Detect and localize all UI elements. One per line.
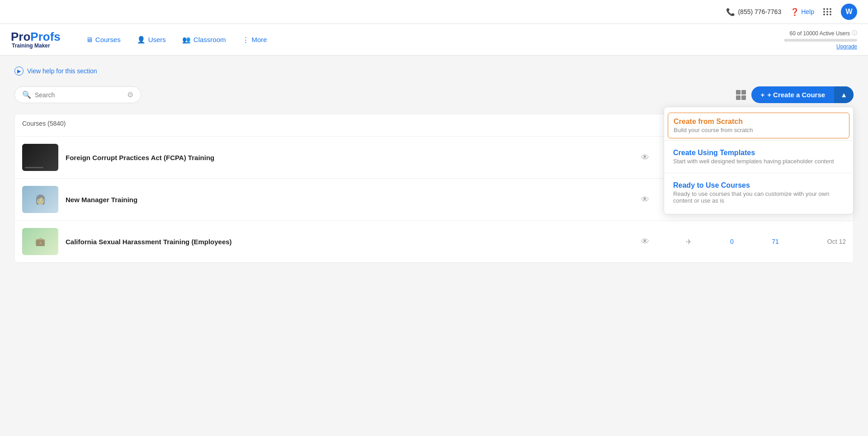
ready-to-use-title: Ready to Use Courses bbox=[673, 181, 844, 190]
nav-item-courses[interactable]: 🖥 Courses bbox=[79, 32, 128, 47]
eye-icon[interactable]: 👁 bbox=[641, 195, 649, 204]
course-title: New Manager Training bbox=[66, 196, 620, 204]
more-dots-icon: ⋮ bbox=[242, 36, 249, 44]
table-row: 💼 California Sexual Harassment Training … bbox=[15, 221, 853, 263]
courses-count: Courses (5840) bbox=[22, 120, 66, 127]
course-preview-icon[interactable]: 👁 bbox=[627, 153, 663, 162]
eye-icon[interactable]: 👁 bbox=[641, 237, 649, 246]
search-input[interactable] bbox=[35, 91, 123, 99]
course-thumbnail bbox=[22, 144, 58, 171]
nav-right-section: 60 of 10000 Active Users ⓘ Upgrade bbox=[785, 29, 857, 50]
logo-pro-text: Pro bbox=[11, 30, 30, 43]
from-scratch-desc: Build your course from scratch bbox=[674, 127, 844, 133]
upgrade-link[interactable]: Upgrade bbox=[836, 43, 857, 50]
send-icon[interactable]: ✈ bbox=[686, 238, 692, 246]
course-preview-icon[interactable]: 👁 bbox=[627, 195, 663, 204]
nav-classroom-label: Classroom bbox=[193, 36, 226, 43]
phone-info: 📞 (855) 776-7763 bbox=[726, 8, 781, 16]
create-course-dropdown-menu: Create from Scratch Build your course fr… bbox=[664, 107, 854, 214]
create-course-button[interactable]: + + Create a Course ▲ bbox=[751, 86, 854, 103]
courses-icon: 🖥 bbox=[86, 36, 93, 43]
course-title: California Sexual Harassment Training (E… bbox=[66, 238, 620, 246]
from-scratch-title: Create from Scratch bbox=[674, 118, 844, 126]
search-box[interactable]: 🔍 ⚙ bbox=[14, 86, 141, 103]
nav-courses-label: Courses bbox=[95, 36, 121, 43]
dropdown-divider-1 bbox=[664, 140, 853, 141]
plus-icon: + bbox=[760, 91, 764, 99]
search-icon: 🔍 bbox=[22, 90, 31, 99]
course-thumbnail: 💼 bbox=[22, 228, 58, 255]
help-label: Help bbox=[801, 8, 814, 15]
dropdown-item-templates[interactable]: Create Using Templates Start with well d… bbox=[664, 142, 853, 171]
eye-icon[interactable]: 👁 bbox=[641, 153, 649, 162]
course-preview-icon[interactable]: 👁 bbox=[627, 237, 663, 246]
users-icon: 👤 bbox=[137, 36, 146, 44]
ready-to-use-desc: Ready to use courses that you can custom… bbox=[673, 190, 844, 204]
toolbar-right: + + Create a Course ▲ Create from Scratc… bbox=[736, 86, 854, 103]
course-lessons-count: 71 bbox=[757, 238, 793, 245]
create-course-arrow-button[interactable]: ▲ bbox=[834, 86, 854, 103]
active-users-info: 60 of 10000 Active Users ⓘ bbox=[790, 29, 857, 37]
grid-view-toggle[interactable] bbox=[736, 90, 746, 100]
logo[interactable]: ProProfs Training Maker bbox=[11, 30, 61, 49]
view-help-link[interactable]: ▶ View help for this section bbox=[14, 66, 854, 76]
course-assign-icon[interactable]: ✈ bbox=[670, 237, 707, 246]
course-title: Foreign Corrupt Practices Act (FCPA) Tra… bbox=[66, 154, 620, 161]
chevron-up-icon: ▲ bbox=[840, 91, 847, 99]
help-circle-icon: ❓ bbox=[790, 8, 799, 16]
dropdown-item-ready-to-use[interactable]: Ready to Use Courses Ready to use course… bbox=[664, 175, 853, 210]
templates-title: Create Using Templates bbox=[673, 149, 844, 157]
play-circle-icon: ▶ bbox=[14, 66, 24, 76]
create-course-dropdown: + + Create a Course ▲ Create from Scratc… bbox=[751, 86, 854, 103]
logo-profs-text: Profs bbox=[30, 30, 60, 43]
nav-item-more[interactable]: ⋮ More bbox=[235, 32, 274, 47]
top-bar: 📞 (855) 776-7763 ❓ Help W bbox=[0, 0, 868, 24]
apps-grid-icon[interactable] bbox=[823, 8, 832, 15]
nav-item-classroom[interactable]: 👥 Classroom bbox=[175, 32, 233, 47]
classroom-icon: 👥 bbox=[182, 36, 191, 44]
progress-bar-fill bbox=[785, 39, 785, 42]
filter-icon[interactable]: ⚙ bbox=[127, 90, 133, 99]
user-avatar[interactable]: W bbox=[841, 4, 857, 20]
dropdown-item-from-scratch[interactable]: Create from Scratch Build your course fr… bbox=[668, 113, 849, 138]
active-users-text: 60 of 10000 Active Users bbox=[790, 30, 850, 37]
toolbar: 🔍 ⚙ + + Create a Course ▲ bbox=[14, 86, 854, 103]
create-course-main-button[interactable]: + + Create a Course bbox=[751, 86, 834, 103]
create-course-label: + Create a Course bbox=[767, 91, 825, 99]
course-learners-count: 0 bbox=[714, 238, 750, 245]
help-link[interactable]: ❓ Help bbox=[790, 8, 814, 16]
info-icon: ⓘ bbox=[852, 29, 857, 37]
active-users-progress-bar bbox=[785, 39, 857, 42]
course-date: Oct 12 bbox=[801, 238, 846, 245]
main-nav: 🖥 Courses 👤 Users 👥 Classroom ⋮ More bbox=[79, 32, 785, 47]
phone-icon: 📞 bbox=[726, 8, 735, 16]
nav-users-label: Users bbox=[148, 36, 166, 43]
phone-number: (855) 776-7763 bbox=[738, 8, 781, 15]
dropdown-divider-2 bbox=[664, 173, 853, 173]
header-nav: ProProfs Training Maker 🖥 Courses 👤 User… bbox=[0, 24, 868, 56]
templates-desc: Start with well designed templates havin… bbox=[673, 158, 844, 165]
course-thumbnail: 👩 bbox=[22, 186, 58, 213]
logo-subtitle: Training Maker bbox=[12, 43, 61, 49]
main-content: ▶ View help for this section 🔍 ⚙ + + Cre… bbox=[0, 56, 868, 274]
view-help-text: View help for this section bbox=[27, 67, 97, 75]
nav-item-users[interactable]: 👤 Users bbox=[130, 32, 173, 47]
nav-more-label: More bbox=[252, 36, 267, 43]
